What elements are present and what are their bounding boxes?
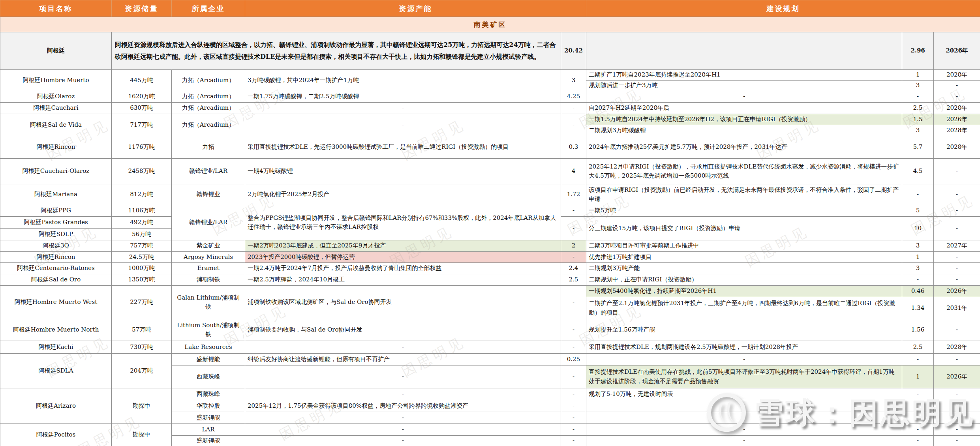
cell-plan-year: 2028年 [934, 70, 980, 81]
summary-row: 阿根廷 阿根廷资源规模释放后进入合纵连横的区域整合，以力拓、赣锋锂业、浦项制铁动… [0, 32, 980, 70]
cell-reserve: 1350万吨 [112, 274, 172, 286]
cell-plan-year: - [934, 263, 980, 274]
cell-plan-year: 2026年 [934, 286, 980, 297]
cell-capacity-value: - [561, 114, 586, 136]
cell-plan-year: - [934, 274, 980, 286]
cell-plan-text: - [586, 91, 902, 103]
cell-project-name: 阿根廷SDLP [0, 229, 112, 240]
cell-plan-year: - [934, 91, 980, 103]
cell-capacity-value: - [561, 252, 586, 263]
cell-reserve: 勘探中 [112, 424, 172, 446]
cell-plan-text: - [586, 400, 902, 412]
cell-plan-year: - [934, 354, 980, 365]
cell-plan-value: 3 [902, 81, 934, 91]
cell-plan-value: 1 [902, 252, 934, 263]
table-header-row: 项目名称 资源储量 所属企业 资源产能 建设规划 [0, 0, 980, 17]
cell-capacity-value: - [561, 388, 586, 400]
cell-company: 盛新锂能 [172, 412, 245, 424]
cell-capacity-value: - [561, 103, 586, 114]
cell-capacity-value: - [561, 400, 586, 412]
row-3q: 阿根廷3Q 757万吨 紫金矿业 一期2万吨2023年底建成，但直至2025年9… [0, 240, 980, 252]
row-kachi: 阿根廷Kachi 730万吨 Lake Resources - - 采用直接提锂… [0, 341, 980, 354]
cell-company: Eramet [172, 263, 245, 274]
cell-plan-text: 自2027年H2延期至2028年后 [586, 103, 902, 114]
cell-capacity-text: 一期1.75万吨碳酸锂，二期2.5万吨碳酸锂 [245, 91, 561, 103]
cell-company: 赣锋锂业 [172, 184, 245, 205]
cell-project-name: 阿根廷Rincon [0, 252, 112, 263]
cell-plan-value: 3 [902, 240, 934, 252]
cell-project-name: 阿根廷Sal de Oro [0, 274, 112, 286]
cell-project-name: 阿根廷Kachi [0, 341, 112, 354]
cell-plan-value: 4.5 [902, 159, 934, 184]
cell-plan-value: 1.34 [902, 297, 934, 319]
cell-plan-value: 0.46 [902, 286, 934, 297]
cell-capacity-text: 3万吨碳酸锂，其中2024年一期扩产1万吨 [245, 70, 561, 91]
cell-capacity-text: 浦项制铁要约收购，与Sal de Oro协同开发 [245, 319, 561, 341]
cell-company: 西藏珠峰 [172, 365, 245, 388]
cell-plan-text: 一期5万吨 [586, 205, 902, 217]
cell-plan-year: - [934, 159, 980, 184]
cell-project-name: 阿根廷Olaroz [0, 91, 112, 103]
cell-project-name: 阿根廷PPG [0, 205, 112, 217]
cell-plan-text: - [586, 354, 902, 365]
cell-plan-value: 3 [902, 263, 934, 274]
cell-company: Galan Lithium/浦项制铁 [172, 286, 245, 319]
cell-plan-value: 2.5 [902, 103, 934, 114]
cell-capacity-text: 浦项制铁收购该区域北侧矿区，与Sal de Oro协同开发 [245, 286, 561, 319]
cell-capacity-text: 2023年投产2000吨碳酸锂，但暂停运营 [245, 252, 561, 263]
cell-plan-value: - [902, 388, 934, 400]
cell-plan-text: 2025年12月申请RIGI（投资激励），寻求用直接提锂技术DLE替代传统卤水蒸… [586, 159, 902, 184]
cell-reserve: 730万吨 [112, 341, 172, 354]
cell-company: 赣锋锂业/LAR [172, 159, 245, 184]
cell-reserve: 812万吨 [112, 184, 172, 205]
cell-plan-value: - [902, 412, 934, 424]
cell-plan-year: 2028年 [934, 125, 980, 136]
cell-plan-value: 10 [902, 217, 934, 240]
cell-company: 华联控股 [172, 400, 245, 412]
cell-reserve: 757万吨 [112, 240, 172, 252]
cell-project-name: 阿根廷Mariana [0, 184, 112, 205]
cell-plan-value: - [902, 274, 934, 286]
cell-reserve: 56万吨 [112, 229, 172, 240]
cell-reserve: 1106万吨 [112, 205, 172, 217]
cell-capacity-text: - [245, 424, 561, 436]
cell-plan-year: - [934, 319, 980, 341]
cell-plan-year: - [934, 412, 980, 424]
cell-reserve: 1000万吨 [112, 263, 172, 274]
cell-capacity-value: 0.3 [561, 136, 586, 159]
row-cauchari-olaroz: 阿根廷Cauchari-Olaroz 2458万吨 赣锋锂业/LAR 一期4万吨… [0, 159, 980, 184]
cell-plan-text: 采用直接提锂技术DLE，规划两期建设各2.5万吨碳酸锂，一期计划2028年投产 [586, 341, 902, 354]
cell-reserve: 717万吨 [112, 114, 172, 136]
cell-reserve: 勘探中 [112, 388, 172, 424]
cell-plan-text: 一期规划5400吨氯化锂，持续延期至2026年H1 [586, 286, 902, 297]
cell-plan-value: 5.7 [902, 136, 934, 159]
cell-capacity-text: 2025年12月，1.75亿美金获得该项目80%权益，房地产公司跨界跨境收购盐湖… [245, 400, 561, 412]
cell-project-name: 阿根廷Cauchari-Olaroz [0, 159, 112, 184]
cell-company: 力拓（Arcadium） [172, 91, 245, 103]
cell-capacity-text: - [245, 114, 561, 136]
cell-project-name: 阿根廷Hombre Muerto North [0, 319, 112, 341]
cell-plan-value: - [902, 91, 934, 103]
cell-project-name: 阿根廷Hombre Muerto West [0, 286, 112, 319]
cell-plan-value: 1 [902, 70, 934, 81]
cell-project-name: 阿根廷Hombre Muerto [0, 70, 112, 91]
cell-reserve: 1176万吨 [112, 136, 172, 159]
cell-capacity-text: 一期2.5万吨锂盐，2024年10月竣工 [245, 274, 561, 286]
cell-company: 赣锋锂业/LAR [172, 205, 245, 240]
cell-plan-year: 2026年 [934, 114, 980, 125]
cell-capacity-value: - [561, 365, 586, 388]
cell-plan-year: - [934, 436, 980, 446]
cell-plan-value: - [902, 184, 934, 205]
cell-plan-year: - [934, 424, 980, 436]
row-centenario-ratones: 阿根廷Centenario-Ratones 1000万吨 Eramet 一期2.… [0, 263, 980, 274]
cell-plan-text: - [586, 436, 902, 446]
cell-plan-year: - [934, 400, 980, 412]
cell-project-name: 阿根廷Pocitos [0, 424, 112, 446]
cell-capacity-value: - [561, 217, 586, 240]
cell-capacity-value: - [561, 319, 586, 341]
cell-reserve: 227万吨 [112, 286, 172, 319]
row-olaroz: 阿根廷Olaroz 1620万吨 力拓（Arcadium） 一期1.75万吨碳酸… [0, 91, 980, 103]
cell-capacity-value: - [561, 205, 586, 217]
cell-plan-year: 2031年 [934, 297, 980, 319]
cell-capacity-text: 纠纷后友好协商让渡给盛新锂能，但原有项目不再扩产 [245, 354, 561, 365]
